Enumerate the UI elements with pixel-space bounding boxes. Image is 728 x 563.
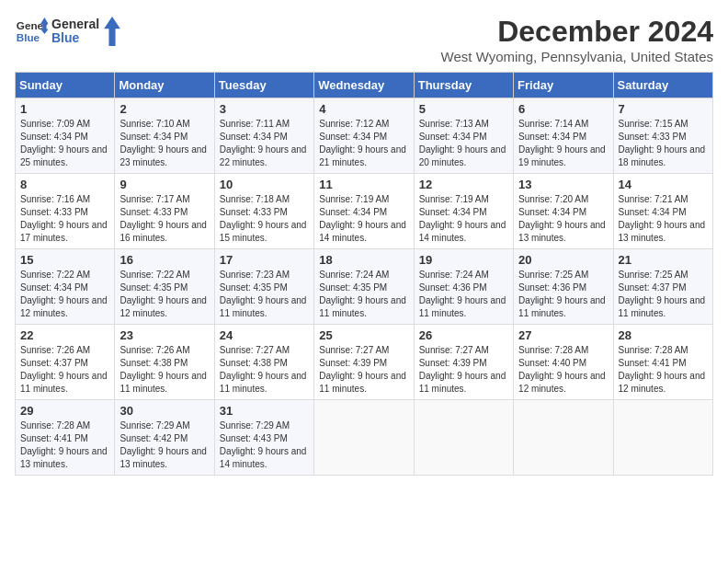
day-content: Sunrise: 7:27 AM Sunset: 4:38 PM Dayligh… xyxy=(220,344,309,396)
day-cell: 19 Sunrise: 7:24 AM Sunset: 4:36 PM Dayl… xyxy=(414,249,513,325)
day-content: Sunrise: 7:25 AM Sunset: 4:37 PM Dayligh… xyxy=(619,269,708,320)
day-number: 3 xyxy=(220,102,309,116)
week-row-2: 8 Sunrise: 7:16 AM Sunset: 4:33 PM Dayli… xyxy=(16,174,713,249)
day-number: 17 xyxy=(220,253,309,267)
day-content: Sunrise: 7:26 AM Sunset: 4:38 PM Dayligh… xyxy=(119,344,209,396)
day-content: Sunrise: 7:26 AM Sunset: 4:37 PM Dayligh… xyxy=(20,344,109,396)
day-content: Sunrise: 7:17 AM Sunset: 4:33 PM Dayligh… xyxy=(119,193,209,245)
day-number: 27 xyxy=(518,328,608,342)
column-header-tuesday: Tuesday xyxy=(214,73,313,98)
svg-text:Blue: Blue xyxy=(17,31,40,43)
day-number: 10 xyxy=(220,178,309,191)
day-number: 4 xyxy=(319,102,408,116)
day-content: Sunrise: 7:25 AM Sunset: 4:36 PM Dayligh… xyxy=(518,269,608,320)
calendar-table: SundayMondayTuesdayWednesdayThursdayFrid… xyxy=(15,72,713,476)
day-number: 5 xyxy=(419,102,508,116)
day-cell xyxy=(514,400,613,476)
subtitle: West Wyoming, Pennsylvania, United State… xyxy=(441,49,713,64)
week-row-4: 22 Sunrise: 7:26 AM Sunset: 4:37 PM Dayl… xyxy=(16,325,713,400)
day-content: Sunrise: 7:22 AM Sunset: 4:35 PM Dayligh… xyxy=(119,269,209,320)
day-content: Sunrise: 7:09 AM Sunset: 4:34 PM Dayligh… xyxy=(20,118,109,169)
logo: General Blue General Blue xyxy=(15,15,121,48)
day-cell: 7 Sunrise: 7:15 AM Sunset: 4:33 PM Dayli… xyxy=(613,98,712,174)
day-cell: 8 Sunrise: 7:16 AM Sunset: 4:33 PM Dayli… xyxy=(16,174,115,249)
day-number: 25 xyxy=(319,328,408,342)
day-number: 8 xyxy=(20,178,109,191)
day-number: 1 xyxy=(20,102,109,116)
day-number: 22 xyxy=(20,328,109,342)
column-header-sunday: Sunday xyxy=(16,73,115,98)
svg-marker-3 xyxy=(104,17,120,46)
day-number: 14 xyxy=(619,178,708,191)
week-row-5: 29 Sunrise: 7:28 AM Sunset: 4:41 PM Dayl… xyxy=(16,400,713,476)
day-cell: 18 Sunrise: 7:24 AM Sunset: 4:35 PM Dayl… xyxy=(314,249,414,325)
day-cell: 25 Sunrise: 7:27 AM Sunset: 4:39 PM Dayl… xyxy=(314,325,414,400)
day-number: 21 xyxy=(619,253,708,267)
day-cell: 24 Sunrise: 7:27 AM Sunset: 4:38 PM Dayl… xyxy=(214,325,313,400)
day-cell: 15 Sunrise: 7:22 AM Sunset: 4:34 PM Dayl… xyxy=(16,249,115,325)
day-content: Sunrise: 7:28 AM Sunset: 4:40 PM Dayligh… xyxy=(518,344,608,396)
day-number: 12 xyxy=(419,178,508,191)
day-cell: 30 Sunrise: 7:29 AM Sunset: 4:42 PM Dayl… xyxy=(115,400,214,476)
day-cell: 17 Sunrise: 7:23 AM Sunset: 4:35 PM Dayl… xyxy=(214,249,313,325)
day-cell: 6 Sunrise: 7:14 AM Sunset: 4:34 PM Dayli… xyxy=(514,98,613,174)
day-number: 6 xyxy=(518,102,608,116)
day-number: 29 xyxy=(20,404,109,418)
day-number: 9 xyxy=(119,178,209,191)
day-content: Sunrise: 7:20 AM Sunset: 4:34 PM Dayligh… xyxy=(518,193,608,245)
day-cell: 26 Sunrise: 7:27 AM Sunset: 4:39 PM Dayl… xyxy=(414,325,513,400)
day-number: 7 xyxy=(619,102,708,116)
day-cell: 22 Sunrise: 7:26 AM Sunset: 4:37 PM Dayl… xyxy=(16,325,115,400)
day-content: Sunrise: 7:18 AM Sunset: 4:33 PM Dayligh… xyxy=(220,193,309,245)
day-cell: 23 Sunrise: 7:26 AM Sunset: 4:38 PM Dayl… xyxy=(115,325,214,400)
day-content: Sunrise: 7:29 AM Sunset: 4:42 PM Dayligh… xyxy=(119,419,209,471)
page-container: General Blue General Blue December 2024 … xyxy=(15,15,713,476)
day-cell: 11 Sunrise: 7:19 AM Sunset: 4:34 PM Dayl… xyxy=(314,174,414,249)
day-cell: 5 Sunrise: 7:13 AM Sunset: 4:34 PM Dayli… xyxy=(414,98,513,174)
day-content: Sunrise: 7:19 AM Sunset: 4:34 PM Dayligh… xyxy=(319,193,408,245)
day-content: Sunrise: 7:19 AM Sunset: 4:34 PM Dayligh… xyxy=(419,193,508,245)
day-content: Sunrise: 7:13 AM Sunset: 4:34 PM Dayligh… xyxy=(419,118,508,169)
day-cell: 12 Sunrise: 7:19 AM Sunset: 4:34 PM Dayl… xyxy=(414,174,513,249)
day-content: Sunrise: 7:10 AM Sunset: 4:34 PM Dayligh… xyxy=(119,118,209,169)
header: General Blue General Blue December 2024 … xyxy=(15,15,713,64)
day-number: 18 xyxy=(319,253,408,267)
day-number: 11 xyxy=(319,178,408,191)
logo-arrow-icon xyxy=(103,17,121,46)
day-content: Sunrise: 7:28 AM Sunset: 4:41 PM Dayligh… xyxy=(20,419,109,471)
day-cell: 3 Sunrise: 7:11 AM Sunset: 4:34 PM Dayli… xyxy=(214,98,313,174)
day-number: 26 xyxy=(419,328,508,342)
day-cell: 9 Sunrise: 7:17 AM Sunset: 4:33 PM Dayli… xyxy=(115,174,214,249)
day-content: Sunrise: 7:14 AM Sunset: 4:34 PM Dayligh… xyxy=(518,118,608,169)
day-cell: 21 Sunrise: 7:25 AM Sunset: 4:37 PM Dayl… xyxy=(613,249,712,325)
day-number: 13 xyxy=(518,178,608,191)
day-content: Sunrise: 7:22 AM Sunset: 4:34 PM Dayligh… xyxy=(20,269,109,320)
logo-icon: General Blue xyxy=(15,15,48,48)
column-header-saturday: Saturday xyxy=(613,73,712,98)
column-header-friday: Friday xyxy=(514,73,613,98)
month-title: December 2024 xyxy=(441,15,713,49)
header-row: SundayMondayTuesdayWednesdayThursdayFrid… xyxy=(16,73,713,98)
day-cell: 1 Sunrise: 7:09 AM Sunset: 4:34 PM Dayli… xyxy=(16,98,115,174)
column-header-monday: Monday xyxy=(115,73,214,98)
column-header-thursday: Thursday xyxy=(414,73,513,98)
day-number: 2 xyxy=(119,102,209,116)
day-number: 16 xyxy=(119,253,209,267)
day-content: Sunrise: 7:27 AM Sunset: 4:39 PM Dayligh… xyxy=(419,344,508,396)
day-cell: 27 Sunrise: 7:28 AM Sunset: 4:40 PM Dayl… xyxy=(514,325,613,400)
day-content: Sunrise: 7:23 AM Sunset: 4:35 PM Dayligh… xyxy=(220,269,309,320)
day-content: Sunrise: 7:27 AM Sunset: 4:39 PM Dayligh… xyxy=(319,344,408,396)
day-cell: 29 Sunrise: 7:28 AM Sunset: 4:41 PM Dayl… xyxy=(16,400,115,476)
day-cell: 14 Sunrise: 7:21 AM Sunset: 4:34 PM Dayl… xyxy=(613,174,712,249)
day-content: Sunrise: 7:24 AM Sunset: 4:35 PM Dayligh… xyxy=(319,269,408,320)
day-number: 28 xyxy=(619,328,708,342)
week-row-1: 1 Sunrise: 7:09 AM Sunset: 4:34 PM Dayli… xyxy=(16,98,713,174)
day-cell: 2 Sunrise: 7:10 AM Sunset: 4:34 PM Dayli… xyxy=(115,98,214,174)
logo-general: General xyxy=(51,17,99,31)
day-cell: 4 Sunrise: 7:12 AM Sunset: 4:34 PM Dayli… xyxy=(314,98,414,174)
day-content: Sunrise: 7:12 AM Sunset: 4:34 PM Dayligh… xyxy=(319,118,408,169)
day-number: 24 xyxy=(220,328,309,342)
day-cell: 28 Sunrise: 7:28 AM Sunset: 4:41 PM Dayl… xyxy=(613,325,712,400)
day-cell: 10 Sunrise: 7:18 AM Sunset: 4:33 PM Dayl… xyxy=(214,174,313,249)
day-number: 20 xyxy=(518,253,608,267)
